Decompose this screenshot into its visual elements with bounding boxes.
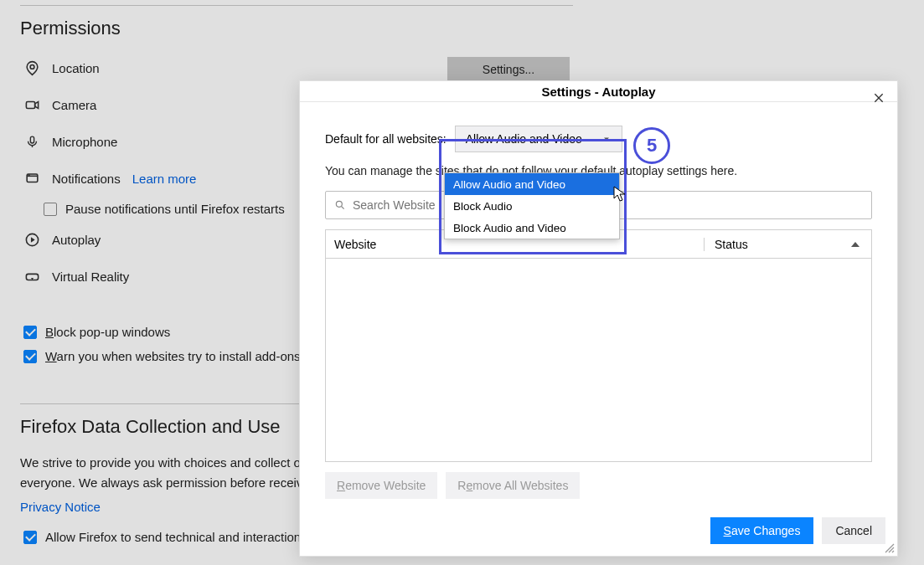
annotation-step-circle: 5 <box>633 127 670 164</box>
checkbox-checked-icon[interactable] <box>23 350 37 363</box>
notifications-learn-more-link[interactable]: Learn more <box>132 172 197 186</box>
pause-notifications-label: Pause notifications until Firefox restar… <box>65 202 285 216</box>
save-changes-button[interactable]: Save Changes <box>710 517 814 544</box>
divider <box>20 5 573 6</box>
location-icon <box>23 59 40 76</box>
default-select-dropdown: Allow Audio and Video Block Audio Block … <box>444 172 620 239</box>
sort-asc-icon <box>851 242 859 247</box>
vr-label: Virtual Reality <box>52 270 129 284</box>
checkbox-unchecked-icon[interactable] <box>44 203 57 216</box>
svg-point-4 <box>28 174 29 175</box>
dialog-title: Settings - Autoplay <box>541 85 655 99</box>
remove-website-button[interactable]: Remove Website <box>325 472 437 499</box>
svg-point-0 <box>30 64 34 69</box>
dialog-body: Default for all websites: Allow Audio an… <box>300 102 897 507</box>
remove-button-row: Remove Website Remove All Websites <box>325 472 872 499</box>
column-status[interactable]: Status <box>704 238 871 251</box>
autoplay-label: Autoplay <box>52 233 101 247</box>
default-select[interactable]: Allow Audio and Video <box>455 126 622 152</box>
chevron-down-icon <box>601 134 612 144</box>
settings-button[interactable]: Settings... <box>447 57 570 82</box>
dropdown-option-block-av[interactable]: Block Audio and Video <box>445 217 619 239</box>
default-setting-row: Default for all websites: Allow Audio an… <box>325 126 872 152</box>
checkbox-checked-icon[interactable] <box>23 531 37 544</box>
permissions-heading: Permissions <box>20 18 924 39</box>
search-icon <box>334 199 346 211</box>
default-label: Default for all websites: <box>325 132 447 146</box>
camera-label: Camera <box>52 98 96 112</box>
dropdown-option-block-audio[interactable]: Block Audio <box>445 195 619 217</box>
location-label: Location <box>52 61 100 75</box>
microphone-label: Microphone <box>52 135 117 149</box>
privacy-notice-link[interactable]: Privacy Notice <box>20 500 101 514</box>
cancel-button[interactable]: Cancel <box>822 517 885 544</box>
vr-icon <box>23 268 40 285</box>
dialog-footer: Save Changes Cancel <box>300 507 897 556</box>
remove-all-websites-button[interactable]: Remove All Websites <box>446 472 580 499</box>
autoplay-settings-dialog: Settings - Autoplay Default for all webs… <box>299 80 898 557</box>
svg-point-7 <box>336 201 342 207</box>
annotation-number: 5 <box>647 135 657 157</box>
svg-rect-2 <box>30 136 34 143</box>
dialog-header: Settings - Autoplay <box>300 81 897 102</box>
svg-rect-1 <box>26 101 34 108</box>
resize-grip-icon[interactable] <box>884 542 896 554</box>
website-table-body <box>325 258 872 462</box>
autoplay-icon <box>23 231 40 248</box>
notifications-label: Notifications <box>52 172 121 186</box>
notifications-icon <box>23 170 40 187</box>
microphone-icon <box>23 133 40 150</box>
camera-icon <box>23 96 40 113</box>
warn-addons-label: Warn you when websites try to install ad… <box>45 349 301 363</box>
block-popups-label: Block pop-up windows <box>45 325 170 339</box>
select-value: Allow Audio and Video <box>466 132 582 146</box>
checkbox-checked-icon[interactable] <box>23 326 37 339</box>
dropdown-option-allow-av[interactable]: Allow Audio and Video <box>445 173 619 195</box>
